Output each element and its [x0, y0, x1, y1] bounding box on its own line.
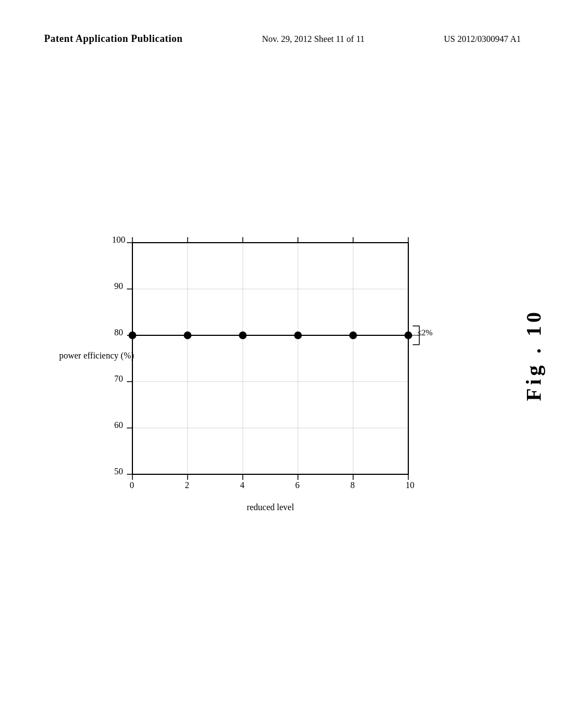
- svg-rect-0: [132, 243, 408, 474]
- svg-text:90: 90: [114, 281, 123, 291]
- svg-text:10: 10: [406, 480, 414, 490]
- svg-text:8: 8: [350, 480, 355, 490]
- patent-number: US 2012/0300947 A1: [444, 34, 521, 44]
- page-header: Patent Application Publication Nov. 29, …: [0, 33, 565, 45]
- svg-text:6: 6: [295, 480, 300, 490]
- svg-point-43: [129, 331, 136, 339]
- svg-text:50: 50: [114, 467, 123, 476]
- svg-text:4: 4: [240, 480, 244, 490]
- svg-point-47: [349, 331, 357, 339]
- svg-point-46: [294, 331, 302, 339]
- svg-point-44: [184, 331, 191, 339]
- svg-text:reduced level: reduced level: [247, 502, 294, 512]
- svg-text:power efficiency (%): power efficiency (%): [59, 351, 134, 361]
- figure-label: Fig . 10: [521, 309, 546, 401]
- svg-text:≤2%: ≤2%: [417, 328, 433, 337]
- publication-label: Patent Application Publication: [44, 33, 183, 45]
- chart-svg: 100 100 90 80 70 60 50 power efficiency …: [44, 110, 497, 563]
- svg-text:80: 80: [114, 328, 123, 337]
- svg-text:100: 100: [112, 235, 125, 244]
- svg-text:60: 60: [114, 420, 123, 430]
- svg-point-45: [239, 331, 247, 339]
- svg-text:2: 2: [185, 480, 189, 490]
- svg-text:0: 0: [130, 480, 134, 490]
- sheet-info: Nov. 29, 2012 Sheet 11 of 11: [262, 34, 365, 44]
- svg-text:70: 70: [114, 374, 123, 383]
